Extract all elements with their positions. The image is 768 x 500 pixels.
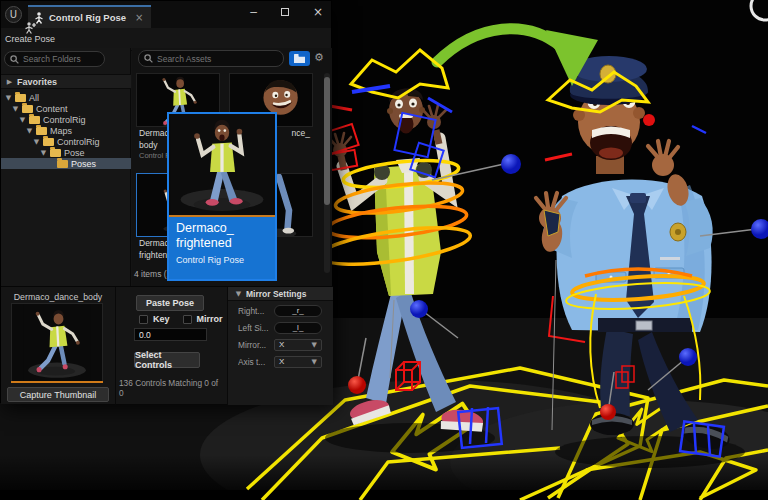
mirror-axis-dropdown[interactable]: X▼	[274, 339, 322, 351]
chevron-right-icon: ▶	[6, 78, 13, 86]
folder-tree: ▼All ▼Content ▼ControlRig ▼Maps ▼Control…	[1, 92, 131, 169]
search-folders-input[interactable]	[23, 54, 99, 64]
tree-item-all[interactable]: ▼All	[1, 92, 131, 103]
tooltip-thumbnail	[169, 114, 275, 215]
folder-icon	[43, 138, 54, 146]
tree-item-poses-selected[interactable]: Poses	[1, 158, 131, 169]
search-folders-box[interactable]	[4, 51, 105, 67]
blend-value-input[interactable]	[134, 328, 207, 341]
folder-icon	[36, 127, 47, 135]
folder-icon	[29, 116, 40, 124]
selected-asset-thumbnail	[11, 303, 103, 383]
tree-item-controlrig[interactable]: ▼ControlRig	[1, 114, 131, 125]
control-rig-pose-window: U Control Rig Pose × – ×	[0, 0, 332, 403]
selected-asset-name: Dermaco_dance_body	[1, 292, 115, 302]
paste-pose-button[interactable]: Paste Pose	[136, 295, 204, 311]
create-pose-icon	[23, 22, 37, 34]
key-label: Key	[153, 314, 170, 324]
tree-item-pose[interactable]: ▼Pose	[1, 147, 131, 158]
screenshot-root: U Control Rig Pose × – ×	[0, 0, 768, 500]
folder-icon	[50, 149, 61, 157]
tree-item-controlrig2[interactable]: ▼ControlRig	[1, 136, 131, 147]
search-icon	[10, 55, 19, 64]
controls-match-status: 136 Controls Matching 0 of 0	[119, 378, 225, 398]
right-side-input[interactable]	[274, 305, 322, 317]
mirror-axis-label: Mirror...	[238, 340, 270, 350]
chevron-down-icon: ▼	[312, 358, 317, 366]
tab-close-icon[interactable]: ×	[135, 12, 143, 23]
folder-icon	[294, 54, 305, 63]
tooltip-asset-name: Dermaco_ frightened	[169, 217, 275, 250]
folder-icon	[57, 160, 68, 168]
select-controls-button[interactable]: Select Controls	[134, 352, 200, 368]
save-folder-button[interactable]	[289, 51, 310, 66]
axis-to-flip-label: Axis t...	[238, 357, 270, 367]
create-pose-button[interactable]: Create Pose	[5, 22, 55, 44]
left-side-input[interactable]	[274, 322, 322, 334]
unreal-logo-icon: U	[5, 6, 22, 23]
pose-section: Dermaco_dance_body Capture Thumbnail Pas…	[1, 286, 333, 404]
folder-icon	[22, 105, 33, 113]
assets-scrollbar[interactable]	[324, 73, 330, 273]
capture-thumbnail-button[interactable]: Capture Thumbnail	[7, 387, 109, 402]
left-side-label: Left Si...	[238, 323, 270, 333]
right-side-label: Right...	[238, 306, 270, 316]
minimize-button[interactable]: –	[250, 5, 257, 19]
folders-column: ▶ Favorites ▼All ▼Content ▼ControlRig ▼M…	[1, 48, 131, 286]
chevron-down-icon: ▼	[235, 290, 242, 298]
mirror-label: Mirror	[197, 314, 223, 324]
key-checkbox[interactable]	[139, 315, 148, 324]
close-button[interactable]: ×	[313, 5, 323, 19]
settings-gear-icon[interactable]: ⚙	[314, 51, 324, 64]
search-assets-input[interactable]	[157, 54, 278, 64]
folder-icon	[15, 94, 26, 102]
tree-item-content[interactable]: ▼Content	[1, 103, 131, 114]
maximize-button[interactable]	[281, 5, 289, 19]
tooltip-asset-type: Control Rig Pose	[169, 250, 275, 265]
mirror-settings-panel: ▼ Mirror Settings Right... Left Si... Mi…	[228, 287, 333, 405]
mirror-checkbox[interactable]	[183, 315, 192, 324]
scrollbar-thumb[interactable]	[324, 77, 330, 205]
chevron-down-icon: ▼	[312, 341, 317, 349]
tree-item-maps[interactable]: ▼Maps	[1, 125, 131, 136]
axis-to-flip-dropdown[interactable]: X▼	[274, 356, 322, 368]
asset-tooltip: Dermaco_ frightened Control Rig Pose	[167, 112, 277, 281]
search-assets-box[interactable]	[138, 50, 284, 67]
mirror-settings-header[interactable]: ▼ Mirror Settings	[228, 287, 333, 301]
search-icon	[144, 54, 153, 63]
key-mirror-row: Key Mirror	[139, 314, 223, 324]
asset-type-bar	[11, 381, 103, 383]
favorites-header[interactable]: ▶ Favorites	[1, 74, 131, 89]
tab-title: Control Rig Pose	[49, 12, 126, 23]
